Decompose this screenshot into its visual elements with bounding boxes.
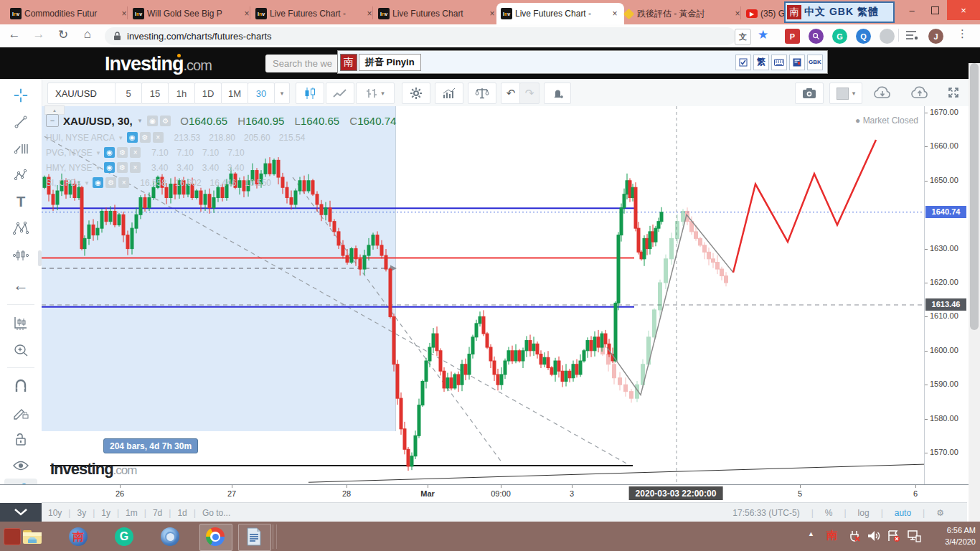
legend-symbol[interactable]: XAU/USD, 30, — [63, 115, 133, 127]
trend-line-tool[interactable] — [11, 112, 31, 132]
xabcd-pattern-tool[interactable] — [11, 218, 31, 238]
timeframe-1d[interactable]: 1D — [194, 83, 222, 104]
overlay-gear-icon[interactable]: ⚙ — [105, 177, 116, 188]
range-1y-button[interactable]: 1y — [101, 508, 110, 518]
tray-volume-icon[interactable] — [867, 529, 881, 542]
reading-list-icon[interactable] — [905, 30, 918, 40]
tab-will-gold[interactable]: Inv Will Gold See Big P × — [128, 3, 256, 24]
ime-softkeyboard-icon[interactable] — [789, 55, 805, 70]
browser-scrollbar-thumb[interactable] — [970, 63, 979, 330]
taskbar-chrome-icon[interactable] — [204, 526, 226, 547]
ime-input-bar[interactable]: 南 拼音 Pinyin 繁 GBK — [337, 50, 828, 74]
window-close-button[interactable]: × — [947, 0, 980, 20]
indicators-button[interactable] — [435, 83, 463, 104]
overlay-close-icon[interactable]: × — [153, 132, 164, 143]
ime-status-window[interactable]: 南 中文 GBK 繁體 — [784, 1, 895, 23]
taskbar-red-app-icon[interactable] — [1, 526, 23, 547]
hide-drawings-tool[interactable] — [11, 456, 31, 476]
overlay-gear-icon[interactable]: ⚙ — [140, 132, 151, 143]
disabled-extension-icon[interactable] — [880, 29, 895, 44]
legend-overlay-row-si[interactable]: SI, CFDs ▾ ◉ ⚙ × 16.558 16.602 16.446 16… — [46, 175, 396, 190]
range-1d-button[interactable]: 1d — [177, 508, 187, 518]
tab-commodities[interactable]: Inv Commodities Futur × — [6, 3, 133, 24]
tab-gold-discussion[interactable]: 跌後評估 - 黃金討 × — [619, 3, 747, 24]
range-3y-button[interactable]: 3y — [77, 508, 86, 518]
brush-tool[interactable] — [11, 165, 31, 185]
tab-live-futures-1[interactable]: Inv Live Futures Chart - × — [251, 3, 379, 24]
ime-gbk-button[interactable]: GBK — [807, 55, 823, 70]
timeframe-30-selected[interactable]: 30 — [248, 83, 275, 104]
tray-ime-icon[interactable]: 南 — [826, 529, 837, 542]
overlay-close-icon[interactable]: × — [130, 162, 141, 173]
taskbar-ime-app-icon[interactable]: 南 — [67, 526, 89, 547]
load-chart-button[interactable] — [868, 83, 897, 103]
save-chart-button[interactable] — [905, 83, 934, 103]
tray-expand-icon[interactable]: ▲ — [808, 530, 814, 537]
forecast-pattern-tool[interactable] — [11, 245, 31, 265]
ime-keyboard-icon[interactable] — [771, 55, 787, 70]
overlay-eye-icon[interactable]: ◉ — [127, 132, 138, 143]
back-icon[interactable]: ← — [6, 27, 23, 42]
symbol-input[interactable]: XAU/USD — [47, 83, 122, 104]
gann-fib-tool[interactable] — [11, 138, 31, 159]
range-10y-button[interactable]: 10y — [48, 508, 62, 518]
overlay-eye-icon[interactable]: ◉ — [93, 177, 103, 188]
reload-icon[interactable]: ↻ — [55, 27, 72, 42]
candlestick-style-button[interactable] — [296, 83, 324, 104]
chart-style-dropdown[interactable]: ▾ — [356, 83, 395, 104]
measure-forecast-tool[interactable] — [11, 313, 31, 333]
series-gear-icon[interactable]: ⚙ — [160, 116, 171, 126]
tab-live-futures-active[interactable]: Inv Live Futures Chart - × — [496, 3, 624, 24]
pdf-extension-icon[interactable]: P — [785, 29, 800, 44]
window-minimize-button[interactable]: – — [901, 0, 923, 20]
lock-all-tool[interactable] — [11, 429, 31, 449]
search-extension-icon[interactable] — [809, 29, 824, 44]
alert-button[interactable] — [544, 83, 571, 104]
series-eye-icon[interactable]: ◉ — [147, 116, 158, 126]
overlay-eye-icon[interactable]: ◉ — [104, 162, 115, 173]
tab-close-icon[interactable]: × — [487, 9, 497, 19]
line-style-button[interactable] — [326, 83, 354, 104]
legend-overlay-row-pvg[interactable]: PVG, NYSE ▾ ◉ ⚙ × 7.10 7.10 7.10 7.10 — [46, 145, 396, 160]
axis-settings-gear-icon[interactable]: ⚙ — [936, 508, 944, 518]
settings-button[interactable] — [402, 83, 430, 104]
crosshair-tool[interactable] — [11, 85, 31, 105]
window-restore-button[interactable] — [924, 0, 946, 20]
taskbar-libreoffice-icon[interactable] — [243, 526, 265, 547]
auto-scale-button[interactable]: auto — [895, 508, 911, 518]
collapse-icon[interactable]: − — [46, 114, 59, 127]
tab-live-futures-2[interactable]: Inv Live Futures Chart × — [374, 3, 501, 24]
timeframe-dropdown-icon[interactable]: ▾ — [274, 83, 290, 104]
back-arrow-tool[interactable]: ← — [11, 276, 31, 296]
clock-label[interactable]: 17:56:33 (UTC-5) — [732, 508, 799, 518]
timeframe-5[interactable]: 5 — [115, 83, 142, 104]
legend-overlay-row-hmy[interactable]: HMY, NYSE ▾ ◉ ⚙ × 3.40 3.40 3.40 3.40 — [46, 160, 396, 175]
legend-overlay-row-hui[interactable]: HUI, NYSE ARCA ▾ ◉ ⚙ × 213.53 218.80 205… — [46, 130, 396, 145]
legend-main-row[interactable]: − XAU/USD, 30, ▾ ◉ ⚙ O1640.65 H1640.95 L… — [46, 111, 396, 130]
chevron-down-icon[interactable]: ▾ — [138, 117, 142, 124]
range-1m-button[interactable]: 1m — [126, 508, 138, 518]
tray-network-icon[interactable] — [907, 529, 921, 542]
log-scale-button[interactable]: log — [858, 508, 870, 518]
overlay-gear-icon[interactable]: ⚙ — [117, 147, 128, 158]
taskbar-grammarly-icon[interactable]: G — [113, 526, 135, 547]
undo-button[interactable]: ↶ — [501, 83, 521, 104]
redo-button[interactable]: ↷ — [519, 83, 540, 104]
forward-icon[interactable]: → — [30, 27, 47, 42]
ime-check-icon[interactable] — [735, 55, 751, 70]
time-axis[interactable]: 262728Mar09:003562020-03-03 22:00:00 — [0, 484, 980, 503]
address-bar[interactable]: investing.com/charts/futures-charts — [105, 27, 736, 45]
profile-avatar[interactable]: J — [928, 29, 943, 44]
ime-traditional-button[interactable]: 繁 — [753, 55, 769, 70]
compare-button[interactable] — [468, 83, 496, 104]
text-tool[interactable]: T — [11, 192, 31, 212]
percent-scale-button[interactable]: % — [825, 508, 833, 518]
translate-icon[interactable]: 文 — [735, 29, 751, 45]
zoom-in-tool[interactable] — [11, 340, 31, 360]
bookmark-star-icon[interactable]: ★ — [758, 27, 768, 42]
browser-menu-icon[interactable]: ⋮ — [957, 27, 968, 40]
price-axis[interactable]: 1670.001660.001650.001630.001620.001610.… — [924, 106, 968, 484]
taskbar-chromium-icon[interactable] — [159, 526, 181, 547]
overlay-gear-icon[interactable]: ⚙ — [117, 162, 128, 173]
taskbar-clock[interactable]: 6:56 AM 3/4/2020 — [945, 525, 976, 548]
